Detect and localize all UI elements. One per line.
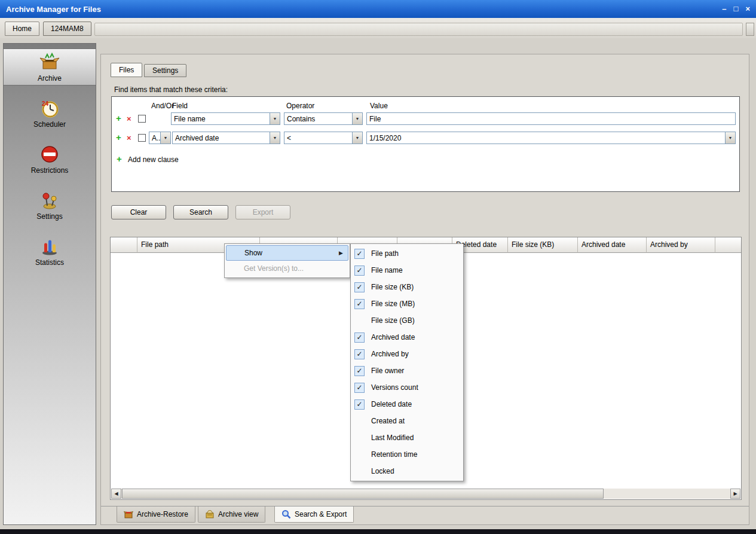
toolbar-spacer: [94, 23, 743, 36]
checkbox-checked-icon: ✓: [354, 266, 365, 276]
check-icon: ✓: [356, 249, 362, 258]
minimize-button[interactable]: –: [722, 0, 726, 18]
column-menu-item-locked[interactable]: ✓ Locked: [352, 463, 462, 480]
checkbox-checked-icon: ✓: [354, 383, 365, 393]
check-icon: ✓: [356, 383, 362, 392]
statistics-icon: [39, 236, 60, 257]
search-button[interactable]: Search: [173, 205, 228, 219]
chevron-down-icon[interactable]: ▼: [352, 113, 362, 124]
tab-archive-restore[interactable]: Archive-Restore: [117, 506, 195, 523]
scroll-right-button[interactable]: ▶: [730, 489, 740, 499]
operator-select-row2[interactable]: < ▼: [284, 132, 363, 144]
checkbox-checked-icon: ✓: [354, 399, 365, 410]
add-clause-icon[interactable]: +: [116, 114, 121, 123]
column-menu-item-archived-by[interactable]: ✓ Archived by: [352, 346, 462, 362]
tab-settings-label: Settings: [152, 66, 178, 75]
column-menu-item-deleted-date[interactable]: ✓ Deleted date: [352, 396, 462, 413]
chevron-down-icon[interactable]: ▼: [352, 132, 362, 144]
delete-clause-icon[interactable]: ×: [127, 133, 131, 142]
horizontal-scrollbar[interactable]: ◀ ▶: [111, 489, 740, 499]
value-select-row2[interactable]: 1/15/2020 ▼: [366, 132, 736, 144]
add-new-clause-link[interactable]: Add new clause: [128, 155, 179, 164]
svg-text:24: 24: [42, 100, 49, 107]
field-select-row1[interactable]: File name ▼: [171, 112, 280, 125]
nav-tab-home-label: Home: [13, 25, 32, 33]
chevron-down-icon[interactable]: ▼: [160, 132, 170, 144]
andor-select-row2-value: A...: [149, 134, 160, 142]
tab-strip-end: [746, 23, 754, 36]
column-menu-item-file-size-gb[interactable]: ✓ File size (GB): [352, 312, 462, 329]
value-input-row1[interactable]: File: [366, 112, 736, 125]
context-menu-item-show-label: Show: [244, 249, 262, 257]
search-icon: [281, 509, 291, 519]
checkbox-checked-icon: ✓: [354, 349, 365, 359]
column-menu-item-archived-date[interactable]: ✓ Archived date: [352, 329, 462, 346]
field-select-row2[interactable]: Archived date ▼: [172, 132, 280, 144]
operator-select-row1[interactable]: Contains ▼: [284, 112, 363, 125]
column-menu-item-file-owner[interactable]: ✓ File owner: [352, 362, 462, 379]
scroll-left-button[interactable]: ◀: [111, 489, 121, 499]
tab-archive-view[interactable]: Archive view: [198, 506, 265, 523]
delete-clause-icon[interactable]: ×: [127, 114, 131, 123]
sidebar: Archive 24 Scheduler Restrictions Settin…: [3, 43, 96, 525]
nav-tab-124mam8-label: 124MAM8: [51, 25, 84, 33]
tab-settings[interactable]: Settings: [144, 64, 186, 77]
nav-tab-home[interactable]: Home: [5, 22, 39, 36]
column-menu-item-file-size-kb[interactable]: ✓ File size (KB): [352, 279, 462, 295]
column-header-file-size-kb[interactable]: File size (KB): [508, 237, 578, 253]
add-clause-icon[interactable]: +: [116, 133, 121, 142]
title-bar: Archive Manager for Files – □ ×: [0, 0, 756, 18]
sidebar-item-settings[interactable]: Settings: [4, 187, 96, 224]
column-header-archived-date[interactable]: Archived date: [578, 237, 647, 253]
andor-select-row2[interactable]: A... ▼: [149, 132, 171, 144]
check-icon: ✓: [356, 367, 362, 375]
check-icon: ✓: [356, 333, 362, 341]
criteria-title: Find items that match these criteria:: [114, 86, 228, 94]
clause-checkbox[interactable]: [138, 115, 146, 123]
chevron-down-icon[interactable]: ▼: [270, 113, 280, 124]
column-menu-item-file-size-mb[interactable]: ✓ File size (MB): [352, 295, 462, 312]
column-menu-item-versions-count[interactable]: ✓ Versions count: [352, 379, 462, 396]
context-menu-item-get-versions: Get Version(s) to...: [226, 261, 348, 276]
criteria-header-value: Value: [370, 102, 388, 110]
settings-icon: [39, 190, 60, 210]
column-menu-item-created-at[interactable]: ✓ Created at: [352, 413, 462, 429]
field-select-row1-value: File name: [172, 115, 270, 123]
scrollbar-thumb[interactable]: [122, 489, 604, 499]
bottom-tab-strip: Archive-Restore Archive view Search & Ex…: [101, 506, 749, 525]
field-select-row2-value: Archived date: [173, 134, 270, 142]
maximize-button[interactable]: □: [734, 0, 739, 18]
check-icon: ✓: [356, 300, 362, 308]
archive-restore-icon: [124, 509, 133, 519]
scheduler-icon: 24: [39, 98, 60, 118]
sidebar-item-statistics-label: Statistics: [35, 258, 64, 267]
sidebar-item-archive[interactable]: Archive: [4, 48, 96, 86]
add-clause-icon[interactable]: +: [117, 154, 122, 163]
check-icon: ✓: [356, 350, 362, 358]
sidebar-item-scheduler[interactable]: 24 Scheduler: [4, 94, 96, 132]
tab-files[interactable]: Files: [111, 63, 142, 77]
nav-tab-124mam8[interactable]: 124MAM8: [43, 22, 91, 36]
sidebar-item-restrictions[interactable]: Restrictions: [4, 141, 96, 178]
tab-search-export[interactable]: Search & Export: [274, 506, 354, 523]
clear-button[interactable]: Clear: [111, 205, 166, 219]
context-menu-item-show[interactable]: Show ▶: [226, 245, 348, 261]
column-menu-item-retention-time[interactable]: ✓ Retention time: [352, 446, 462, 463]
sidebar-item-statistics[interactable]: Statistics: [4, 233, 96, 270]
window-title: Archive Manager for Files: [6, 5, 101, 14]
archive-icon: [39, 52, 60, 72]
column-menu-item-last-modified[interactable]: ✓ Last Modified: [352, 429, 462, 446]
column-header-archived-by[interactable]: Archived by: [647, 237, 715, 253]
close-button[interactable]: ×: [745, 0, 750, 18]
check-icon: ✓: [356, 400, 362, 408]
column-submenu: ✓ File path ✓ File name ✓ File size (KB)…: [350, 243, 464, 481]
checkbox-checked-icon: ✓: [354, 299, 365, 309]
chevron-down-icon[interactable]: ▼: [270, 132, 280, 144]
clause-checkbox[interactable]: [138, 134, 146, 142]
checkbox-checked-icon: ✓: [354, 366, 365, 376]
column-menu-item-file-path[interactable]: ✓ File path: [352, 245, 462, 262]
export-button: Export: [235, 205, 290, 219]
column-menu-item-file-name[interactable]: ✓ File name: [352, 262, 462, 279]
column-header-select[interactable]: [111, 237, 137, 253]
chevron-down-icon[interactable]: ▼: [725, 132, 735, 144]
